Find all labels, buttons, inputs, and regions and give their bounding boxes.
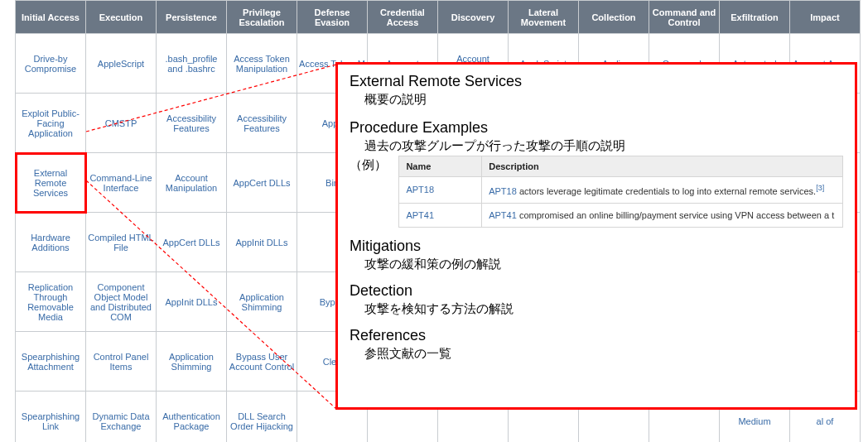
technique-link[interactable]: Application Shimming: [239, 292, 284, 312]
technique-link[interactable]: Spearphishing Link: [22, 411, 80, 431]
callout-title-sub: 概要の説明: [364, 92, 843, 108]
technique-link[interactable]: Drive-by Compromise: [25, 54, 76, 74]
matrix-cell[interactable]: Hardware Additions: [16, 213, 86, 272]
technique-link[interactable]: AppInit DLLs: [236, 238, 288, 247]
matrix-cell[interactable]: Replication Through Removable Media: [16, 272, 86, 332]
matrix-cell[interactable]: Account Manipulation: [157, 153, 227, 213]
matrix-header-cell: Privilege Escalation: [227, 1, 297, 34]
procedure-name-cell[interactable]: APT41: [399, 203, 482, 227]
procedure-desc-link[interactable]: APT41: [489, 210, 517, 220]
technique-link[interactable]: .bash_profile and .bashrc: [166, 54, 218, 74]
matrix-cell[interactable]: AppleScript: [86, 34, 157, 94]
detection-sub: 攻撃を検知する方法の解説: [364, 301, 843, 317]
matrix-cell[interactable]: Application Shimming: [227, 272, 297, 332]
reference-sup[interactable]: [3]: [816, 184, 824, 192]
technique-link[interactable]: External Remote Services: [33, 168, 68, 198]
matrix-cell[interactable]: AppCert DLLs: [227, 153, 297, 213]
procedure-row: APT41APT41 compromised an online billing…: [399, 203, 843, 227]
matrix-cell[interactable]: Accessibility Features: [227, 94, 297, 153]
technique-link[interactable]: Hardware Additions: [31, 233, 70, 252]
matrix-cell[interactable]: Component Object Model and Distributed C…: [86, 272, 157, 332]
technique-link[interactable]: AppInit DLLs: [166, 297, 218, 307]
technique-link[interactable]: AppCert DLLs: [162, 238, 219, 247]
matrix-header-cell: Lateral Movement: [509, 1, 579, 34]
inner-head-name: Name: [399, 156, 482, 177]
technique-link[interactable]: Bypass User Account Control: [229, 352, 294, 372]
matrix-header-cell: Defense Evasion: [297, 1, 368, 34]
matrix-header-cell: Execution: [86, 1, 157, 34]
matrix-cell[interactable]: Exploit Public-Facing Application: [16, 94, 86, 153]
callout-title: External Remote Services: [350, 73, 843, 90]
matrix-cell[interactable]: Access Token Manipulation: [227, 34, 297, 94]
technique-link[interactable]: AppleScript: [98, 59, 144, 69]
matrix-header-cell: Discovery: [438, 1, 509, 34]
technique-link[interactable]: Account Manipulation: [166, 173, 217, 193]
matrix-cell[interactable]: Accessibility Features: [157, 94, 227, 153]
matrix-header-cell: Collection: [579, 1, 649, 34]
technique-link[interactable]: Medium: [738, 416, 770, 426]
procedure-title: Procedure Examples: [350, 119, 843, 137]
matrix-header-cell: Initial Access: [16, 1, 86, 34]
technique-link[interactable]: Compiled HTML File: [88, 233, 153, 252]
matrix-header-row: Initial AccessExecutionPersistencePrivil…: [16, 1, 861, 34]
matrix-cell[interactable]: Spearphishing Link: [16, 392, 86, 443]
technique-link[interactable]: Command-Line Interface: [89, 173, 152, 193]
detection-title: Detection: [350, 282, 843, 300]
technique-link[interactable]: Application Shimming: [169, 352, 214, 372]
matrix-header-cell: Command and Control: [649, 1, 720, 34]
matrix-cell[interactable]: Bypass User Account Control: [227, 332, 297, 392]
matrix-cell[interactable]: Drive-by Compromise: [16, 34, 86, 94]
matrix-header-cell: Impact: [790, 1, 861, 34]
matrix-cell[interactable]: AppInit DLLs: [227, 213, 297, 272]
technique-link[interactable]: Access Token Manipulation: [234, 54, 290, 74]
technique-link[interactable]: Accessibility Features: [237, 113, 287, 133]
procedure-prefix: （例）: [350, 156, 398, 228]
procedure-desc-link[interactable]: APT18: [489, 186, 517, 196]
matrix-cell[interactable]: DLL Search Order Hijacking: [227, 392, 297, 443]
matrix-cell[interactable]: Dynamic Data Exchange: [86, 392, 157, 443]
matrix-cell[interactable]: Application Shimming: [157, 332, 227, 392]
matrix-cell[interactable]: CMSTP: [86, 94, 157, 153]
detail-callout: External Remote Services 概要の説明 Procedure…: [335, 62, 857, 410]
technique-link[interactable]: Exploit Public-Facing Application: [22, 108, 80, 138]
references-title: References: [350, 327, 843, 344]
procedure-desc-cell: APT18 actors leverage legitimate credent…: [482, 177, 843, 204]
procedure-desc-cell: APT41 compromised an online billing/paym…: [482, 203, 843, 227]
technique-link[interactable]: Replication Through Removable Media: [27, 282, 74, 322]
mitigations-sub: 攻撃の緩和策の例の解説: [364, 257, 843, 272]
technique-link[interactable]: Spearphishing Attachment: [22, 352, 80, 372]
matrix-cell[interactable]: Compiled HTML File: [86, 213, 157, 272]
procedure-row: APT18APT18 actors leverage legitimate cr…: [399, 177, 843, 204]
technique-link[interactable]: CMSTP: [105, 118, 137, 128]
technique-link[interactable]: Accessibility Features: [166, 113, 216, 133]
matrix-cell[interactable]: Authentication Package: [157, 392, 227, 443]
technique-link[interactable]: AppCert DLLs: [233, 178, 290, 188]
matrix-cell[interactable]: Command-Line Interface: [86, 153, 157, 213]
matrix-cell[interactable]: AppInit DLLs: [157, 272, 227, 332]
references-sub: 参照文献の一覧: [364, 346, 843, 362]
procedure-examples-table: Name Description APT18APT18 actors lever…: [398, 156, 843, 228]
procedure-name-cell[interactable]: APT18: [399, 177, 482, 204]
matrix-header-cell: Exfiltration: [720, 1, 790, 34]
matrix-cell[interactable]: Spearphishing Attachment: [16, 332, 86, 392]
mitigations-title: Mitigations: [350, 238, 843, 255]
procedure-sub: 過去の攻撃グループが行った攻撃の手順の説明: [364, 138, 843, 154]
matrix-cell[interactable]: External Remote Services: [16, 153, 86, 213]
technique-link[interactable]: Component Object Model and Distributed C…: [90, 282, 152, 322]
technique-link[interactable]: DLL Search Order Hijacking: [230, 411, 293, 431]
technique-link[interactable]: al of: [817, 416, 834, 426]
matrix-header-cell: Persistence: [157, 1, 227, 34]
matrix-cell[interactable]: .bash_profile and .bashrc: [157, 34, 227, 94]
inner-tbody: APT18APT18 actors leverage legitimate cr…: [399, 177, 843, 228]
inner-head-desc: Description: [482, 156, 843, 177]
matrix-cell[interactable]: AppCert DLLs: [157, 213, 227, 272]
matrix-header-cell: Credential Access: [368, 1, 438, 34]
technique-link[interactable]: Authentication Package: [162, 411, 220, 431]
technique-link[interactable]: Control Panel Items: [94, 352, 149, 372]
matrix-cell[interactable]: Control Panel Items: [86, 332, 157, 392]
technique-link[interactable]: Dynamic Data Exchange: [92, 411, 149, 431]
